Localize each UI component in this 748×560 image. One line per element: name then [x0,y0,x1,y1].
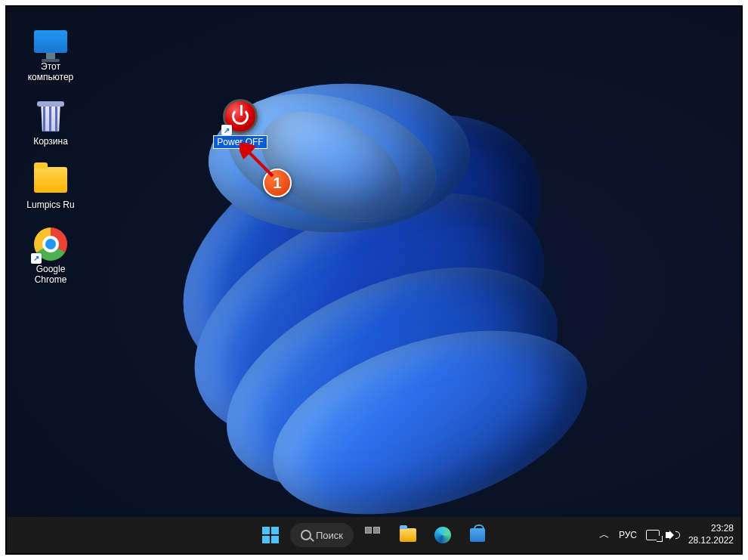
power-off-shortcut[interactable]: ↗ Power OFF [210,99,270,149]
desktop-icon-label: GoogleChrome [35,264,67,286]
tray-overflow-button[interactable]: ︿ [599,528,610,542]
wallpaper [120,52,709,506]
desktop-icon-label: Lumpics Ru [26,200,74,210]
svg-line-0 [246,149,273,176]
task-view-button[interactable] [358,520,388,550]
clock-date: 28.12.2022 [688,535,734,547]
desktop[interactable]: Этоткомпьютер Корзина Lumpics Ru ↗ Googl… [7,7,741,517]
recycle-bin-icon[interactable]: Корзина [20,95,81,150]
chrome-shortcut-icon[interactable]: ↗ GoogleChrome [20,223,81,289]
volume-icon [666,531,678,540]
screen-frame: Этоткомпьютер Корзина Lumpics Ru ↗ Googl… [5,5,743,555]
start-button[interactable] [255,520,286,550]
network-icon [646,530,660,540]
shortcut-arrow-icon: ↗ [221,125,232,135]
desktop-icon-label: Этоткомпьютер [28,61,74,83]
search-icon [301,530,311,540]
trash-icon [36,100,66,133]
windows-logo-icon [262,527,279,543]
language-indicator[interactable]: РУС [619,530,637,540]
edge-button[interactable] [428,520,458,550]
desktop-icon-column: Этоткомпьютер Корзина Lumpics Ru ↗ Googl… [20,20,81,288]
taskbar: Поиск ︿ РУС [7,517,741,553]
annotation-number: 1 [273,175,281,192]
rename-textbox[interactable]: Power OFF [213,135,267,149]
chevron-up-icon: ︿ [599,528,610,540]
quick-settings-button[interactable] [646,530,678,540]
file-explorer-button[interactable] [393,520,423,550]
shortcut-arrow-icon: ↗ [31,253,42,264]
task-view-icon [365,527,382,543]
store-icon [470,528,485,542]
taskbar-right: ︿ РУС 23:28 28.12.2022 [599,523,734,546]
this-pc-icon[interactable]: Этоткомпьютер [20,20,81,86]
search-label: Поиск [316,530,343,541]
edge-icon [434,527,451,543]
clock-time: 23:28 [688,523,734,535]
taskbar-center: Поиск [255,520,493,550]
folder-icon [34,167,67,193]
annotation-arrow-icon [240,143,280,184]
search-button[interactable]: Поиск [290,523,354,547]
annotation-step-marker: 1 [263,169,292,197]
monitor-icon [34,30,67,53]
file-explorer-icon [400,528,416,542]
clock-button[interactable]: 23:28 28.12.2022 [688,523,734,546]
microsoft-store-button[interactable] [462,520,493,550]
desktop-icon-label: Корзина [33,136,68,147]
system-tray: ︿ РУС [599,528,678,542]
folder-lumpics-icon[interactable]: Lumpics Ru [20,159,81,213]
